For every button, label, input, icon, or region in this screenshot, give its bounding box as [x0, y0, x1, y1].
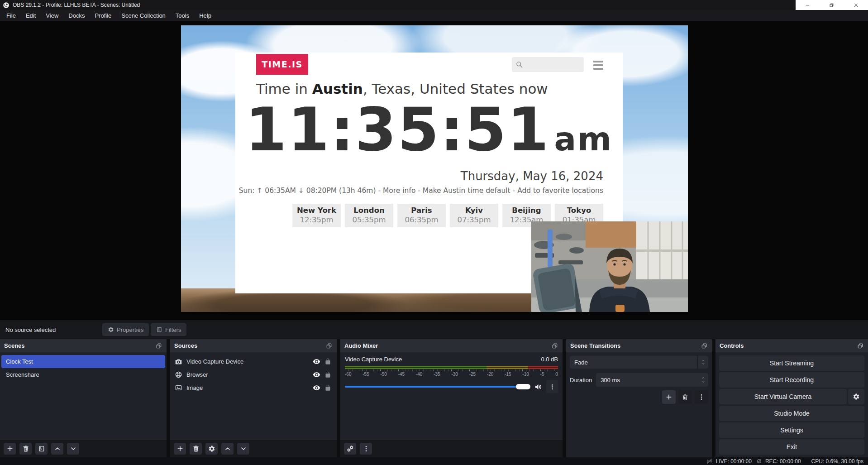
- scenes-toolbar: [0, 440, 167, 457]
- filters-button[interactable]: Filters: [151, 323, 186, 336]
- city-card[interactable]: Kyiv07:35pm: [450, 204, 498, 227]
- settings-button[interactable]: Settings: [719, 422, 864, 438]
- virtual-camera-config-button[interactable]: [848, 389, 864, 404]
- source-properties-button[interactable]: [205, 443, 218, 455]
- source-list: Video Capture Device Browser Image: [170, 352, 337, 394]
- spin-up-icon[interactable]: [701, 376, 706, 379]
- city-card[interactable]: New York12:35pm: [292, 204, 341, 227]
- volume-slider-handle[interactable]: [516, 384, 530, 389]
- mixer-menu-button[interactable]: [360, 443, 372, 455]
- make-default-link[interactable]: Make Austin time default: [423, 187, 510, 195]
- mixer-level-db: 0.0 dB: [541, 356, 558, 363]
- dots-vertical-icon: [362, 445, 370, 452]
- chevron-down-icon: [701, 362, 706, 365]
- trash-icon: [22, 445, 29, 452]
- lock-open-icon[interactable]: [324, 358, 331, 365]
- advanced-audio-button[interactable]: [344, 443, 356, 455]
- add-favorite-link[interactable]: Add to favorite locations: [517, 187, 603, 195]
- minimize-button[interactable]: [796, 0, 820, 10]
- popout-icon[interactable]: [551, 343, 558, 349]
- transitions-panel-title: Scene Transitions: [570, 342, 620, 349]
- controls-panel: Controls Start Streaming Start Recording…: [715, 339, 868, 457]
- hamburger-menu-icon[interactable]: [593, 61, 603, 70]
- popout-icon[interactable]: [325, 343, 333, 349]
- source-row-video-capture[interactable]: Video Capture Device: [170, 355, 337, 368]
- visibility-eye-icon[interactable]: [313, 384, 320, 392]
- mixer-panel-title: Audio Mixer: [344, 342, 378, 349]
- plus-icon: [6, 445, 14, 452]
- add-transition-button[interactable]: [662, 390, 676, 404]
- timeis-logo: TIME.IS: [256, 54, 308, 75]
- timeis-clock: 11:35:51 am: [235, 100, 623, 159]
- popout-icon[interactable]: [701, 343, 708, 349]
- properties-button[interactable]: Properties: [102, 323, 149, 336]
- scene-down-button[interactable]: [67, 443, 79, 455]
- menu-file[interactable]: File: [1, 10, 21, 21]
- meter-scale: -60-55-50-45-40-35-30-25-20-15-10-50: [345, 372, 558, 377]
- duration-value: 300 ms: [596, 377, 698, 384]
- sources-panel-header: Sources: [170, 339, 337, 352]
- menu-docks[interactable]: Docks: [63, 10, 90, 21]
- scene-transitions-panel: Scene Transitions Fade Duration 300 ms: [566, 339, 712, 457]
- start-virtual-camera-button[interactable]: Start Virtual Camera: [719, 389, 847, 404]
- transition-selected-value: Fade: [570, 359, 697, 366]
- speaker-icon[interactable]: [534, 383, 543, 391]
- scene-list: Clock Test Screenshare: [0, 352, 167, 381]
- menu-edit[interactable]: Edit: [21, 10, 41, 21]
- visibility-eye-icon[interactable]: [313, 371, 320, 379]
- add-scene-button[interactable]: [4, 443, 16, 455]
- city-card[interactable]: Paris06:35pm: [397, 204, 446, 227]
- program-preview[interactable]: TIME.IS Time in Austin, Texas, United St…: [181, 25, 688, 312]
- city-card[interactable]: London05:35pm: [345, 204, 393, 227]
- remove-source-button[interactable]: [190, 443, 202, 455]
- stream-inactive-icon: [706, 458, 713, 464]
- transition-menu-button[interactable]: [695, 390, 708, 404]
- trash-icon: [682, 393, 689, 401]
- close-button[interactable]: [844, 0, 868, 10]
- mixer-channel-menu-button[interactable]: [546, 380, 558, 393]
- duration-spinbox[interactable]: 300 ms: [596, 373, 708, 387]
- rec-status: REC: 00:00:00: [756, 458, 801, 465]
- add-source-button[interactable]: [174, 443, 186, 455]
- lock-open-icon[interactable]: [324, 384, 331, 391]
- scene-filters-button[interactable]: [35, 443, 48, 455]
- scene-up-button[interactable]: [51, 443, 63, 455]
- menu-profile[interactable]: Profile: [90, 10, 116, 21]
- scene-item-screenshare[interactable]: Screenshare: [1, 368, 165, 381]
- remove-transition-button[interactable]: [678, 390, 692, 404]
- spin-down-icon[interactable]: [701, 380, 706, 384]
- timeis-sun-line: Sun: ↑ 06:35AM ↓ 08:20PM (13h 46m) - Mor…: [239, 187, 603, 195]
- source-up-button[interactable]: [221, 443, 234, 455]
- mixer-channel-name: Video Capture Device: [345, 356, 402, 363]
- chevron-up-icon: [224, 445, 231, 452]
- lock-open-icon[interactable]: [324, 371, 331, 378]
- more-info-link[interactable]: More info: [383, 187, 415, 195]
- exit-button[interactable]: Exit: [719, 439, 864, 455]
- volume-slider[interactable]: [345, 386, 530, 388]
- filter-icon: [38, 445, 45, 452]
- clock-digits: 11:35:51: [245, 100, 550, 159]
- menu-scene-collection[interactable]: Scene Collection: [116, 10, 171, 21]
- menu-help[interactable]: Help: [194, 10, 216, 21]
- remove-scene-button[interactable]: [19, 443, 32, 455]
- visibility-eye-icon[interactable]: [313, 358, 320, 365]
- transition-select[interactable]: Fade: [570, 356, 708, 369]
- scene-item-clock-test[interactable]: Clock Test: [1, 355, 165, 368]
- mixer-panel-header: Audio Mixer: [340, 339, 563, 352]
- timeis-search-box[interactable]: [512, 57, 584, 72]
- source-row-image[interactable]: Image: [170, 381, 337, 394]
- source-down-button[interactable]: [237, 443, 249, 455]
- menu-tools[interactable]: Tools: [171, 10, 194, 21]
- source-row-browser[interactable]: Browser: [170, 368, 337, 381]
- start-recording-button[interactable]: Start Recording: [719, 372, 864, 388]
- start-streaming-button[interactable]: Start Streaming: [719, 355, 864, 371]
- menu-view[interactable]: View: [41, 10, 63, 21]
- maximize-button[interactable]: [820, 0, 844, 10]
- studio-mode-button[interactable]: Studio Mode: [719, 406, 864, 421]
- gear-icon: [853, 393, 860, 400]
- chevron-up-icon: [701, 359, 706, 362]
- chevron-up-icon: [54, 445, 61, 452]
- popout-icon[interactable]: [857, 343, 864, 349]
- popout-icon[interactable]: [155, 343, 162, 349]
- source-toolbar: No source selected Properties Filters: [0, 320, 868, 339]
